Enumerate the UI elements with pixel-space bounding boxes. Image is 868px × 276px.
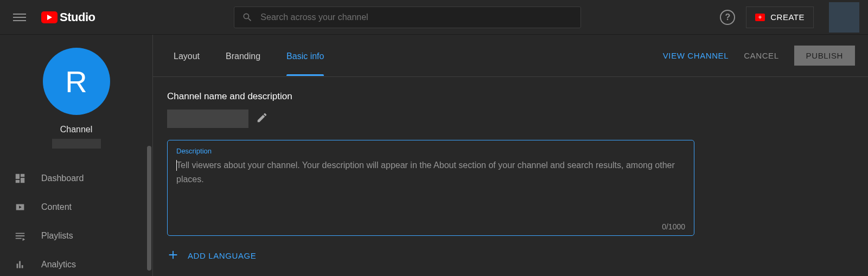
section-title: Channel name and description [167, 91, 846, 102]
account-avatar[interactable] [829, 2, 859, 33]
tab-layout[interactable]: Layout [174, 36, 200, 75]
analytics-icon [14, 259, 26, 271]
sidebar-item-label: Dashboard [41, 174, 84, 183]
search-icon [242, 12, 253, 23]
sidebar-item-label: Content [41, 202, 72, 212]
description-label: Description [176, 147, 685, 155]
sidebar-item-content[interactable]: Content [0, 192, 152, 221]
content-icon [14, 201, 26, 213]
view-channel-button[interactable]: VIEW CHANNEL [663, 51, 729, 60]
dashboard-icon [14, 172, 26, 184]
tab-basic-info[interactable]: Basic info [286, 36, 324, 75]
channel-label: Channel [0, 125, 152, 134]
main-content: Layout Branding Basic info VIEW CHANNEL … [153, 35, 868, 276]
sidebar-item-playlists[interactable]: Playlists [0, 221, 152, 250]
youtube-play-icon [41, 11, 58, 23]
description-textarea[interactable] [176, 158, 685, 218]
channel-avatar[interactable]: R [43, 48, 110, 115]
add-language-button[interactable]: ADD LANGUAGE [167, 249, 846, 262]
logo-text: Studio [60, 10, 95, 24]
channel-name-redacted [52, 139, 101, 149]
publish-button[interactable]: PUBLISH [794, 46, 855, 66]
help-icon[interactable]: ? [720, 10, 735, 25]
playlists-icon [14, 230, 26, 242]
top-bar: Studio ? CREATE [0, 0, 868, 35]
tab-bar: Layout Branding Basic info VIEW CHANNEL … [153, 35, 868, 77]
text-caret [176, 160, 177, 171]
create-camera-icon [755, 14, 765, 21]
description-field[interactable]: Description 0/1000 [167, 140, 694, 236]
sidebar-item-dashboard[interactable]: Dashboard [0, 164, 152, 192]
youtube-studio-logo[interactable]: Studio [41, 10, 95, 24]
edit-pencil-icon[interactable] [256, 112, 268, 126]
sidebar: R Channel Dashboard Content Playlists [0, 35, 153, 276]
hamburger-menu-icon[interactable] [13, 11, 26, 24]
sidebar-scrollbar[interactable] [147, 146, 151, 271]
cancel-button[interactable]: CANCEL [744, 51, 778, 60]
add-language-label: ADD LANGUAGE [188, 251, 256, 260]
description-counter: 0/1000 [176, 222, 685, 231]
sidebar-item-analytics[interactable]: Analytics [0, 250, 152, 276]
sidebar-item-label: Analytics [41, 260, 76, 269]
plus-icon [167, 249, 179, 262]
create-button[interactable]: CREATE [746, 7, 814, 28]
tab-branding[interactable]: Branding [226, 36, 260, 75]
search-container[interactable] [234, 7, 581, 28]
search-input[interactable] [260, 12, 573, 22]
create-button-label: CREATE [770, 12, 805, 22]
sidebar-item-label: Playlists [41, 231, 73, 241]
channel-name-field-redacted [167, 110, 248, 128]
